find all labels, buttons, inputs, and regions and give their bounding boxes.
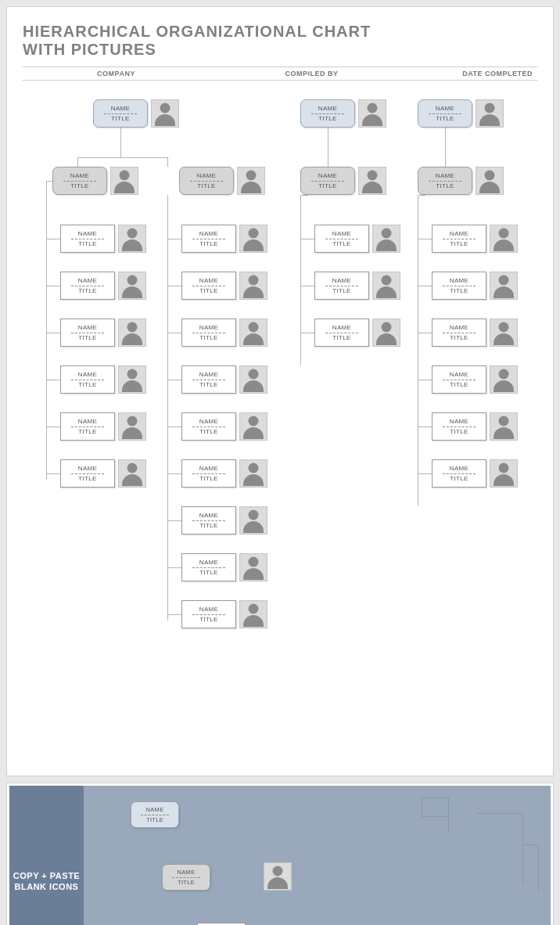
org-node-child[interactable]: NAMETITLE xyxy=(60,272,146,300)
name-label: NAME xyxy=(450,465,468,473)
palette-sample-blue[interactable]: NAME TITLE xyxy=(131,801,179,828)
org-node-child[interactable]: NAMETITLE xyxy=(181,553,267,581)
palette-label-line-1: COPY + PASTE xyxy=(13,871,80,880)
name-label: NAME xyxy=(178,869,196,876)
name-label: NAME xyxy=(146,806,164,814)
org-node-top-3[interactable]: NAME TITLE xyxy=(300,99,386,128)
title-label: TITLE xyxy=(436,182,454,189)
org-node-child[interactable]: NAMETITLE xyxy=(60,365,146,394)
connector-line xyxy=(418,473,432,474)
card-divider xyxy=(192,614,225,615)
connector-line xyxy=(167,520,181,521)
org-node-child[interactable]: NAMETITLE xyxy=(314,225,400,253)
connector-line xyxy=(418,239,432,239)
card-divider xyxy=(71,427,104,427)
org-node-child[interactable]: NAMETITLE xyxy=(60,225,146,253)
org-node-child[interactable]: NAMETITLE xyxy=(181,272,267,300)
org-node-child[interactable]: NAMETITLE xyxy=(432,225,518,253)
org-node-mgr-2[interactable]: NAME TITLE xyxy=(179,167,265,195)
org-card: NAMETITLE xyxy=(181,506,236,534)
name-label: NAME xyxy=(78,324,97,332)
connector-line xyxy=(300,195,301,365)
title-label: TITLE xyxy=(146,816,163,823)
org-card: NAMETITLE xyxy=(314,225,369,253)
connector-line xyxy=(120,128,121,157)
org-card: NAMETITLE xyxy=(181,600,236,628)
palette-sample-gray[interactable]: NAME TITLE xyxy=(162,864,210,891)
org-node-child[interactable]: NAMETITLE xyxy=(181,459,267,488)
org-node-child[interactable]: NAMETITLE xyxy=(181,412,267,441)
org-node-child[interactable]: NAMETITLE xyxy=(60,459,146,488)
connector-line xyxy=(167,567,181,568)
connector-line xyxy=(418,195,418,506)
avatar-icon xyxy=(490,225,518,253)
connector-line xyxy=(418,380,432,380)
org-node-mgr-1[interactable]: NAME TITLE xyxy=(52,167,138,195)
org-node-top-1[interactable]: NAME TITLE xyxy=(93,99,179,128)
title-label: TITLE xyxy=(450,240,468,247)
org-card: NAMETITLE xyxy=(181,272,236,300)
avatar-icon xyxy=(490,319,518,347)
card-divider xyxy=(71,473,104,474)
org-node-child[interactable]: NAMETITLE xyxy=(432,272,518,300)
org-node-child[interactable]: NAMETITLE xyxy=(432,319,518,347)
name-label: NAME xyxy=(318,172,337,180)
name-label: NAME xyxy=(78,277,97,285)
card-divider xyxy=(311,113,344,114)
title-label: TITLE xyxy=(436,115,454,122)
connector-sample[interactable] xyxy=(422,797,449,817)
org-node-child[interactable]: NAMETITLE xyxy=(60,319,146,347)
org-node-child[interactable]: NAMETITLE xyxy=(432,412,518,441)
connector-line xyxy=(445,128,446,167)
org-node-child[interactable]: NAMETITLE xyxy=(181,365,267,394)
org-node-child[interactable]: NAMETITLE xyxy=(181,319,267,347)
title-label: TITLE xyxy=(78,428,96,435)
name-label: NAME xyxy=(450,371,468,379)
connector-line xyxy=(167,380,181,380)
org-card: NAMETITLE xyxy=(60,319,115,347)
org-card: NAME TITLE xyxy=(179,167,234,195)
org-card: NAMETITLE xyxy=(432,319,486,347)
connector-line xyxy=(300,333,314,333)
card-divider xyxy=(443,286,476,286)
org-card: NAMETITLE xyxy=(432,225,486,253)
org-card: NAMETITLE xyxy=(314,272,369,300)
title-label: TITLE xyxy=(199,287,217,294)
avatar-icon xyxy=(264,862,292,891)
connector-sample[interactable] xyxy=(476,813,523,884)
org-card: NAMETITLE xyxy=(432,365,486,394)
org-node-child[interactable]: NAMETITLE xyxy=(432,365,518,394)
connector-line xyxy=(328,128,328,167)
title-label: TITLE xyxy=(178,879,195,886)
card-divider xyxy=(325,333,358,333)
org-card: NAMETITLE xyxy=(314,319,369,347)
org-node-mgr-3[interactable]: NAME TITLE xyxy=(300,167,386,195)
connector-line xyxy=(167,286,181,286)
org-node-mgr-4[interactable]: NAME TITLE xyxy=(418,167,504,195)
avatar-icon xyxy=(239,272,267,300)
org-node-child[interactable]: NAMETITLE xyxy=(314,319,400,347)
org-node-top-4[interactable]: NAME TITLE xyxy=(418,99,504,128)
title-label: TITLE xyxy=(78,240,96,247)
org-node-child[interactable]: NAMETITLE xyxy=(181,600,267,628)
org-node-child[interactable]: NAMETITLE xyxy=(181,506,267,534)
org-card: NAME TITLE xyxy=(418,167,472,195)
org-card: NAME TITLE xyxy=(418,99,472,128)
org-card: NAME TITLE xyxy=(52,167,107,195)
card-divider xyxy=(71,333,104,333)
org-card: NAMETITLE xyxy=(432,412,486,441)
card-divider xyxy=(429,181,461,182)
org-node-child[interactable]: NAMETITLE xyxy=(432,459,518,488)
org-node-child[interactable]: NAMETITLE xyxy=(314,272,400,300)
title-line-1: HIERARCHICAL ORGANIZATIONAL CHART xyxy=(23,23,371,40)
palette-panel: COPY + PASTE BLANK ICONS NAME TITLE NAME… xyxy=(6,783,554,925)
connector-sample[interactable] xyxy=(523,844,539,891)
org-node-child[interactable]: NAMETITLE xyxy=(181,225,267,253)
card-divider xyxy=(443,473,476,474)
name-label: NAME xyxy=(197,172,216,180)
palette-sample-avatar[interactable] xyxy=(264,862,292,891)
org-node-child[interactable]: NAMETITLE xyxy=(60,412,146,441)
avatar-icon xyxy=(476,99,504,128)
card-divider xyxy=(190,181,223,182)
card-divider xyxy=(104,113,137,114)
